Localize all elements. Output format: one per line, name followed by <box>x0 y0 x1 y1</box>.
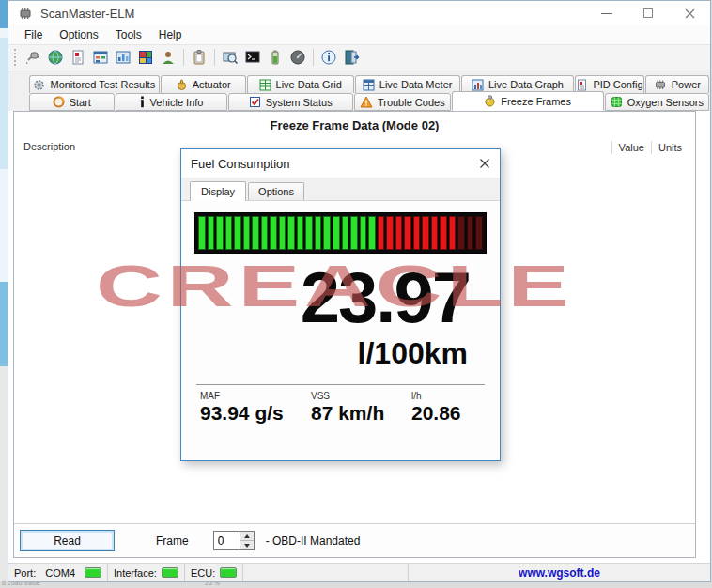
gauge-segment <box>198 216 206 250</box>
background-block <box>0 38 8 169</box>
tab-live-data-meter[interactable]: Live Data Meter <box>355 75 460 93</box>
tab-live-data-grid[interactable]: Live Data Grid <box>247 75 354 93</box>
gauge-segment <box>270 216 277 250</box>
menu-help[interactable]: Help <box>150 26 191 43</box>
website-link[interactable]: www.wgsoft.de <box>519 566 600 580</box>
arrow-down-icon <box>244 544 250 548</box>
warning-icon <box>360 96 373 108</box>
report-icon[interactable] <box>67 47 89 68</box>
gauge-segment <box>243 216 251 250</box>
freeze-icon <box>484 95 496 107</box>
connect-plug-icon[interactable] <box>22 47 44 68</box>
gauge-segment <box>315 216 322 250</box>
tab-label: Power <box>672 79 701 90</box>
fuel-consumption-dialog: Fuel Consumption Display Options 23.97 l… <box>180 148 501 461</box>
gauge-icon[interactable] <box>286 47 309 68</box>
title-bar: ScanMaster-ELM <box>8 1 710 25</box>
tab-system-status[interactable]: System Status <box>228 93 353 111</box>
reading-label: MAF <box>200 391 311 401</box>
tab-row-2: Start Vehicle Info System Status Trouble… <box>8 93 710 111</box>
dialog-tab-options[interactable]: Options <box>248 182 304 200</box>
gauge-segment <box>261 216 269 250</box>
green-grid-icon <box>259 79 271 91</box>
menu-options[interactable]: Options <box>51 26 106 43</box>
tab-label: Monitored Test Results <box>50 79 155 90</box>
battery-icon[interactable] <box>264 47 286 68</box>
search-screen-icon[interactable] <box>219 47 241 68</box>
column-value: Value <box>619 142 644 153</box>
start-icon <box>53 96 65 108</box>
reading-value: 20.86 <box>411 402 485 425</box>
status-bar: Port: COM4 Interface: ECU: www.wgsoft.de <box>8 563 710 581</box>
tab-oxygen-sensors[interactable]: Oxygen Sensors <box>605 93 709 111</box>
column-description: Description <box>23 141 75 152</box>
reading-label: l/h <box>411 391 485 401</box>
ecu-led-icon <box>220 567 237 578</box>
data-grid-icon[interactable] <box>89 47 112 68</box>
status-spacer <box>243 564 409 581</box>
port-value: COM4 <box>45 567 75 579</box>
gauge-segment <box>413 216 421 250</box>
window-panels-icon[interactable] <box>134 47 157 68</box>
port-label: Port: <box>14 567 36 579</box>
frame-spinner[interactable] <box>213 531 255 550</box>
bar-graph-icon <box>472 79 484 91</box>
tab-vehicle-info[interactable]: Vehicle Info <box>116 93 227 111</box>
gauge-segment <box>225 216 233 250</box>
minimize-button[interactable] <box>586 1 627 25</box>
tab-power[interactable]: Power <box>645 75 709 93</box>
reading-vss: VSS 87 km/h <box>311 391 411 425</box>
tab-freeze-frames[interactable]: Freeze Frames <box>452 91 604 111</box>
background-block <box>0 0 8 28</box>
column-divider <box>651 141 652 154</box>
menu-tools[interactable]: Tools <box>107 26 150 43</box>
gauge-segment <box>305 216 313 250</box>
checkbox-icon <box>249 96 261 108</box>
web-globe-icon[interactable] <box>44 47 67 68</box>
background-block <box>0 282 8 366</box>
tab-label: PID Config <box>593 79 642 90</box>
screenshot-root: d Load Value 25 % ScanMaster-ELM <box>0 0 712 588</box>
read-button[interactable]: Read <box>20 530 115 551</box>
panel-heading: Freeze Frame Data (Mode 02) <box>14 118 695 132</box>
dialog-close-icon[interactable] <box>479 158 490 169</box>
clipboard-icon[interactable] <box>188 47 210 68</box>
reading-value: 87 km/h <box>311 402 411 425</box>
menu-bar: File Options Tools Help <box>8 25 710 45</box>
exit-icon[interactable] <box>340 47 363 68</box>
tab-start[interactable]: Start <box>29 93 115 111</box>
spin-down-button[interactable] <box>240 541 254 549</box>
tab-label: Actuator <box>193 79 231 90</box>
spin-up-button[interactable] <box>240 532 254 541</box>
info-icon[interactable] <box>317 47 340 68</box>
gauge-segment <box>404 216 411 250</box>
tab-monitored-test-results[interactable]: Monitored Test Results <box>29 75 160 93</box>
tab-row-1: Monitored Test Results Actuator Live Dat… <box>8 75 710 93</box>
menu-file[interactable]: File <box>16 26 51 43</box>
toolbar-separator <box>183 49 184 66</box>
dialog-body: 23.97 l/100km MAF 93.94 g/s VSS 87 km/h … <box>181 201 500 460</box>
user-icon[interactable] <box>157 47 179 68</box>
gauge-segment <box>475 216 483 250</box>
background-window-bottom: d Load Value 25 % <box>0 581 712 588</box>
tab-actuator[interactable]: Actuator <box>161 75 246 93</box>
frame-input[interactable] <box>214 532 240 549</box>
data-meter-icon[interactable] <box>112 47 134 68</box>
maximize-button[interactable] <box>627 1 669 25</box>
document-icon <box>576 79 588 91</box>
reading-label: VSS <box>311 391 411 401</box>
tab-trouble-codes[interactable]: Trouble Codes <box>354 93 451 111</box>
fuel-gauge <box>194 212 487 254</box>
terminal-icon[interactable] <box>241 47 264 68</box>
gauge-segment <box>234 216 241 250</box>
status-interface: Interface: <box>108 564 185 581</box>
tab-label: Live Data Meter <box>379 79 453 90</box>
close-icon <box>685 8 695 19</box>
window-controls <box>586 1 710 25</box>
tab-label: Vehicle Info <box>150 97 204 108</box>
interface-label: Interface: <box>114 567 157 579</box>
close-button[interactable] <box>669 1 710 25</box>
background-window-sliver <box>0 0 8 588</box>
dialog-tab-display[interactable]: Display <box>190 181 246 201</box>
gauge-segment <box>378 216 385 250</box>
